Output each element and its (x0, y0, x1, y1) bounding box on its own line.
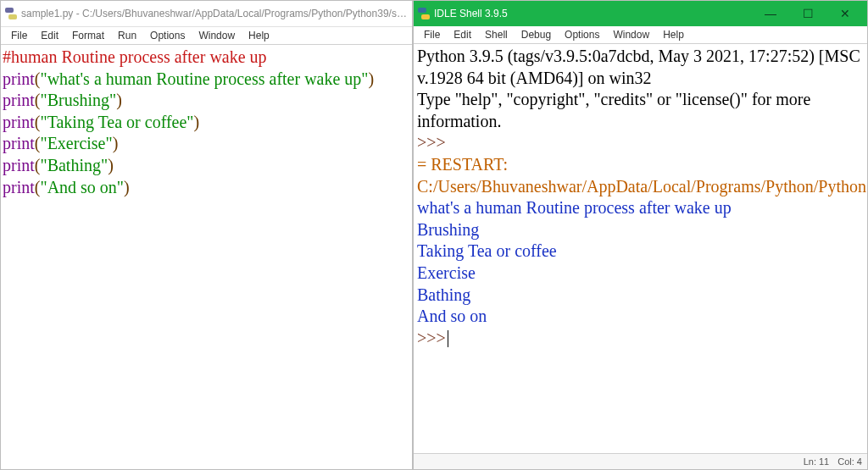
restart-line: = RESTART: C:/Users/Bhuvaneshwar/AppData… (417, 154, 864, 197)
editor-body[interactable]: #human Routine process after wake up pri… (1, 45, 412, 469)
close-button[interactable]: ✕ (826, 1, 864, 26)
output-line: Brushing (417, 219, 864, 241)
shell-title: IDLE Shell 3.9.5 (434, 8, 748, 19)
menu-window[interactable]: Window (192, 28, 242, 43)
code-comment: #human Routine process after wake up (3, 47, 267, 66)
maximize-button[interactable]: ☐ (789, 1, 826, 26)
editor-titlebar[interactable]: sample1.py - C:/Users/Bhuvaneshwar/AppDa… (1, 1, 412, 27)
output-line: And so on (417, 306, 864, 328)
menu-options[interactable]: Options (143, 28, 192, 43)
menu-run[interactable]: Run (111, 28, 143, 43)
editor-title: sample1.py - C:/Users/Bhuvaneshwar/AppDa… (21, 8, 409, 19)
shell-text: Python 3.9.5 (tags/v3.9.5:0a7dcbd, May 3… (414, 44, 867, 351)
window-controls: — ☐ ✕ (752, 1, 864, 26)
output-line: Taking Tea or coffee (417, 241, 864, 263)
menu-format[interactable]: Format (65, 28, 111, 43)
menu-window[interactable]: Window (606, 27, 656, 42)
menu-file[interactable]: File (417, 27, 447, 42)
output-line: Bathing (417, 285, 864, 307)
shell-titlebar[interactable]: IDLE Shell 3.9.5 — ☐ ✕ (414, 1, 867, 26)
menu-help[interactable]: Help (242, 28, 276, 43)
menu-help[interactable]: Help (656, 27, 691, 42)
menu-edit[interactable]: Edit (34, 28, 65, 43)
shell-body[interactable]: Python 3.9.5 (tags/v3.9.5:0a7dcbd, May 3… (414, 44, 867, 453)
status-column: Col: 4 (837, 456, 862, 467)
editor-window: sample1.py - C:/Users/Bhuvaneshwar/AppDa… (0, 0, 413, 470)
menu-shell[interactable]: Shell (478, 27, 515, 42)
python-icon (4, 7, 18, 20)
shell-menubar: File Edit Shell Debug Options Window Hel… (414, 26, 867, 44)
minimize-button[interactable]: — (752, 1, 789, 26)
banner-version: Python 3.9.5 (tags/v3.9.5:0a7dcbd, May 3… (417, 46, 864, 89)
status-line: Ln: 11 (804, 456, 830, 467)
output-line: Exercise (417, 263, 864, 285)
menu-file[interactable]: File (4, 28, 34, 43)
output-line: what's a human Routine process after wak… (417, 197, 864, 219)
python-icon (417, 7, 431, 20)
prompt: >>> (417, 133, 446, 152)
shell-window: IDLE Shell 3.9.5 — ☐ ✕ File Edit Shell D… (413, 0, 868, 470)
editor-menubar: File Edit Format Run Options Window Help (1, 27, 412, 45)
caret-icon (448, 330, 448, 347)
banner-help: Type "help", "copyright", "credits" or "… (417, 89, 864, 132)
prompt: >>> (417, 329, 446, 347)
menu-options[interactable]: Options (558, 27, 606, 42)
menu-edit[interactable]: Edit (447, 27, 478, 42)
shell-statusbar: Ln: 11 Col: 4 (414, 453, 867, 469)
menu-debug[interactable]: Debug (515, 27, 558, 42)
editor-code: #human Routine process after wake up pri… (1, 45, 412, 200)
